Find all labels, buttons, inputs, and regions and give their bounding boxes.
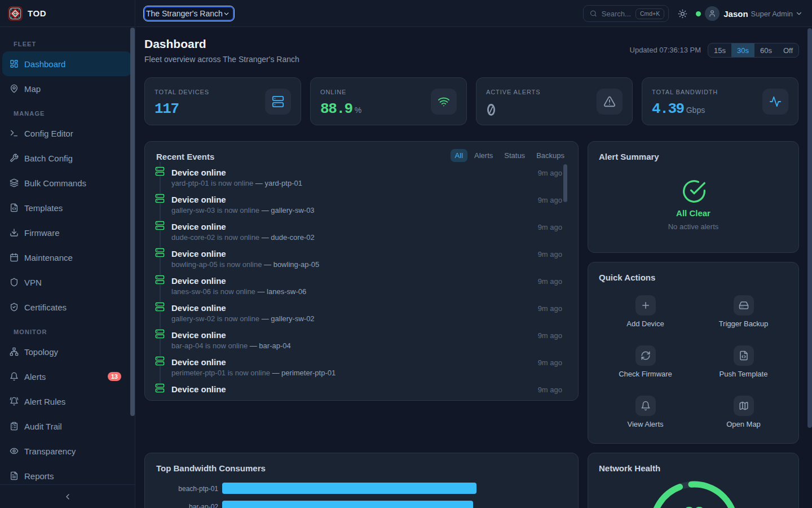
svg-text:88: 88 <box>684 504 704 508</box>
